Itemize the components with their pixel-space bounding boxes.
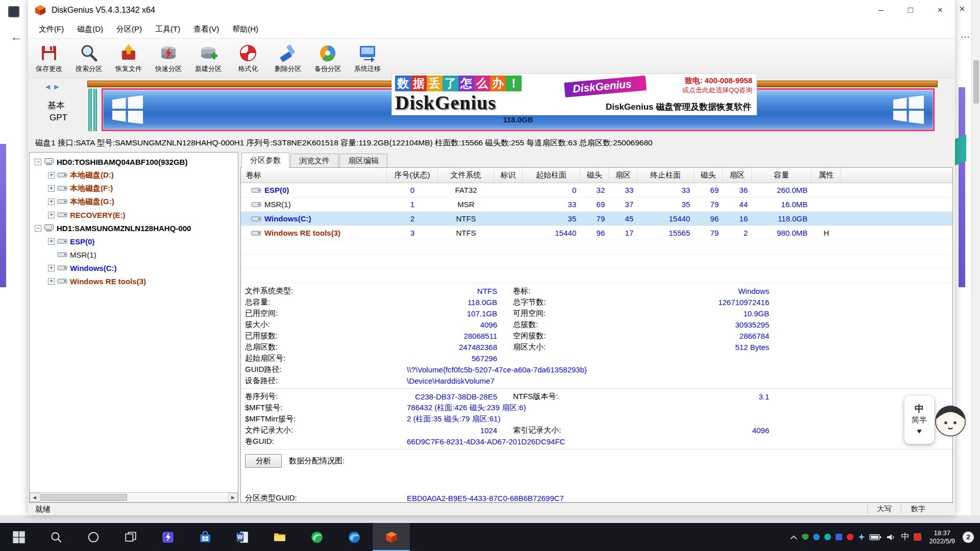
toolbar-button-search-partition[interactable]: 搜索分区 bbox=[69, 39, 109, 77]
expand-icon[interactable]: + bbox=[48, 198, 55, 205]
menu-tools[interactable]: 工具(T) bbox=[149, 22, 187, 37]
scroll-right-icon[interactable] bbox=[228, 493, 238, 502]
table-row[interactable]: MSR(1)1MSR33693735794416.0MB bbox=[241, 197, 952, 212]
column-header[interactable]: 起始柱面 bbox=[523, 168, 580, 183]
pinned-app-edge[interactable] bbox=[335, 523, 373, 551]
expand-icon[interactable]: + bbox=[48, 278, 55, 285]
background-scrollbar-thumb[interactable] bbox=[973, 60, 979, 104]
task-view-button[interactable] bbox=[112, 523, 149, 551]
tray-dot-red-icon[interactable] bbox=[847, 534, 853, 540]
ad-banner[interactable]: 数据丢了怎么办！ DiskGenius DiskGenius 致电: 400-0… bbox=[391, 73, 757, 115]
ime-heart-icon[interactable]: ♥ bbox=[917, 426, 922, 436]
start-button[interactable] bbox=[0, 523, 37, 551]
toolbar-button-migrate-system[interactable]: 系统迁移 bbox=[348, 39, 387, 77]
scroll-left-icon[interactable] bbox=[30, 493, 39, 502]
tray-snowflake-icon[interactable] bbox=[858, 534, 865, 540]
analyze-button[interactable]: 分析 bbox=[245, 454, 282, 468]
app-diskgenius[interactable] bbox=[373, 523, 410, 551]
tree-item[interactable]: +Windows RE tools(3) bbox=[30, 274, 238, 288]
tree-item[interactable]: +本地磁盘(D:) bbox=[30, 168, 238, 182]
column-header[interactable]: 磁头 bbox=[694, 168, 723, 183]
column-header[interactable]: 卷标 bbox=[241, 168, 387, 183]
taskbar-search-button[interactable] bbox=[37, 523, 75, 551]
next-disk-icon[interactable] bbox=[54, 83, 59, 90]
tree-item[interactable]: +本地磁盘(G:) bbox=[30, 195, 238, 208]
tray-expand-icon[interactable] bbox=[790, 535, 797, 540]
pinned-app-lightning[interactable] bbox=[149, 523, 186, 551]
tree-item[interactable]: MSR(1) bbox=[30, 248, 238, 261]
tree-item[interactable]: +ESP(0) bbox=[30, 235, 238, 248]
tray-shield-icon[interactable] bbox=[802, 534, 808, 540]
ime-mode-label[interactable]: 中 bbox=[915, 404, 924, 414]
toolbar-button-save[interactable]: 保存更改 bbox=[29, 39, 69, 77]
pinned-app-file-explorer[interactable] bbox=[261, 523, 298, 551]
tree-item[interactable]: −HD0:TOSHIBAMQ04ABF100(932GB) bbox=[30, 155, 238, 168]
collapse-icon[interactable]: − bbox=[35, 225, 41, 232]
expand-icon[interactable]: + bbox=[48, 172, 55, 179]
table-row[interactable]: ESP(0)0FAT3203233336936260.0MB bbox=[241, 183, 952, 197]
table-row[interactable]: Windows RE tools(3)3NTFS1544096171556579… bbox=[241, 226, 952, 240]
menu-partition[interactable]: 分区(P) bbox=[110, 22, 149, 37]
close-button[interactable]: × bbox=[925, 0, 955, 20]
tab-sector-edit[interactable]: 扇区编辑 bbox=[339, 154, 387, 167]
tree-item[interactable]: −HD1:SAMSUNGMZNLN128HAHQ-000 bbox=[30, 221, 238, 235]
speaker-icon[interactable] bbox=[886, 533, 896, 541]
tree-hscrollbar[interactable] bbox=[30, 492, 238, 502]
menu-disk[interactable]: 磁盘(D) bbox=[70, 22, 110, 37]
ime-indicator[interactable]: 中 bbox=[901, 532, 909, 542]
pinned-app-green-browser[interactable] bbox=[298, 523, 335, 551]
back-arrow-icon[interactable]: ← bbox=[10, 30, 22, 44]
pinned-app-store[interactable] bbox=[186, 523, 224, 551]
toolbar-button-delete-partition[interactable]: 删除分区 bbox=[268, 39, 308, 77]
column-header[interactable]: 终止柱面 bbox=[638, 168, 694, 183]
notification-badge[interactable]: 2 bbox=[963, 532, 974, 543]
scrollbar-thumb[interactable] bbox=[40, 494, 127, 501]
column-header[interactable]: 容量 bbox=[752, 168, 812, 183]
cortana-button[interactable] bbox=[75, 523, 112, 551]
tray-red-app-icon[interactable] bbox=[914, 533, 921, 541]
tree-item[interactable]: +Windows(C:) bbox=[30, 261, 238, 274]
ime-options-label[interactable]: 简半 bbox=[912, 415, 927, 425]
menu-view[interactable]: 查看(V) bbox=[187, 22, 226, 37]
tray-dot-teal-icon[interactable] bbox=[824, 534, 831, 540]
toolbar-button-backup-partition[interactable]: 备份分区 bbox=[308, 39, 348, 77]
toolbar-button-new-partition[interactable]: 新建分区 bbox=[188, 39, 228, 77]
tray-dot-blue-icon[interactable] bbox=[813, 534, 820, 540]
tray-square-blue-icon[interactable] bbox=[836, 534, 842, 540]
expand-icon[interactable]: + bbox=[48, 212, 55, 218]
toolbar-button-recover-files[interactable]: 恢复文件 bbox=[109, 39, 149, 77]
tree-item[interactable]: +RECOVERY(E:) bbox=[30, 208, 238, 221]
column-header[interactable]: 扇区 bbox=[609, 168, 638, 183]
column-header[interactable]: 属性 bbox=[812, 168, 841, 183]
column-header[interactable]: 序号(状态) bbox=[387, 168, 438, 183]
expand-icon[interactable]: + bbox=[48, 265, 55, 271]
expand-icon[interactable]: + bbox=[48, 238, 55, 245]
collapse-icon[interactable]: − bbox=[35, 159, 41, 165]
other-disk-stripes[interactable] bbox=[88, 89, 97, 131]
column-header[interactable]: 文件系统 bbox=[438, 168, 494, 183]
toolbar-button-quick-partition[interactable]: 快速分区 bbox=[149, 39, 188, 77]
taskbar-clock[interactable]: 18:37 2022/5/9 bbox=[929, 529, 955, 545]
ime-toolbar[interactable]: 中 简半 ♥ bbox=[904, 396, 934, 444]
battery-icon[interactable] bbox=[869, 534, 881, 541]
tab-partition-params[interactable]: 分区参数 bbox=[241, 153, 289, 168]
pinned-app-word[interactable]: W bbox=[224, 523, 261, 551]
maximize-button[interactable]: □ bbox=[896, 0, 925, 20]
table-row[interactable]: Windows(C:)2NTFS357945154409616118.0GB bbox=[241, 212, 952, 226]
toolbar-button-format[interactable]: 格式化 bbox=[228, 39, 268, 77]
column-header[interactable]: 扇区 bbox=[723, 168, 752, 183]
menu-help[interactable]: 帮助(H) bbox=[226, 22, 265, 37]
background-close-icon[interactable]: × bbox=[959, 3, 965, 15]
column-header[interactable]: 磁头 bbox=[580, 168, 609, 183]
menu-file[interactable]: 文件(F) bbox=[32, 22, 70, 37]
banner-qq-link[interactable]: 或点击此处选择QQ咨询 bbox=[682, 86, 752, 95]
expand-icon[interactable]: + bbox=[48, 185, 55, 192]
column-header[interactable]: 标识 bbox=[494, 168, 523, 183]
tree-item[interactable]: +本地磁盘(F:) bbox=[30, 182, 238, 195]
background-scrollbar[interactable] bbox=[971, 0, 980, 515]
prev-disk-icon[interactable] bbox=[45, 83, 50, 90]
tab-browse-files[interactable]: 浏览文件 bbox=[290, 154, 338, 167]
scrollbar-track[interactable] bbox=[39, 493, 228, 502]
minimize-button[interactable]: – bbox=[866, 0, 896, 20]
background-more-icon[interactable]: … bbox=[960, 29, 971, 40]
